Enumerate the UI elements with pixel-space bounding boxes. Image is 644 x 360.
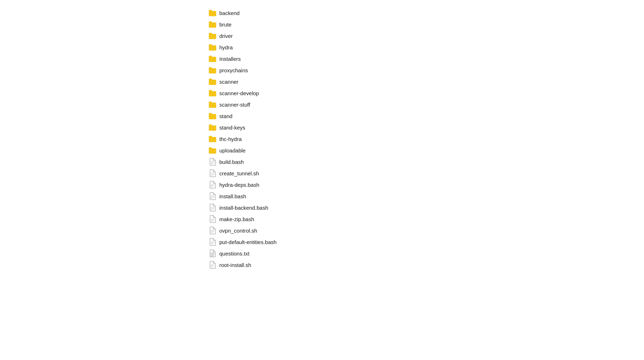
list-item[interactable]: install-backend.bash (206, 202, 644, 213)
file-name-label: install-backend.bash (219, 205, 268, 211)
list-item[interactable]: create_tunnel.sh (206, 167, 644, 179)
list-item[interactable]: brute (206, 19, 644, 30)
file-name-label: build.bash (219, 159, 244, 165)
list-item[interactable]: build.bash (206, 156, 644, 167)
file-icon (209, 238, 216, 245)
file-name-label: uploadable (219, 147, 245, 154)
file-name-label: create_tunnel.sh (219, 170, 259, 176)
list-item[interactable]: hydra (206, 42, 644, 53)
list-item[interactable]: root-install.sh (206, 259, 644, 271)
list-item[interactable]: scanner-develop (206, 87, 644, 99)
folder-icon (209, 112, 216, 120)
folder-icon (209, 135, 216, 142)
file-name-label: put-default-entities.bash (219, 239, 277, 245)
list-item[interactable]: Installers (206, 53, 644, 64)
list-item[interactable]: stand (206, 110, 644, 122)
file-name-label: install.bash (219, 193, 246, 199)
file-icon (209, 204, 216, 211)
file-name-label: proxychains (219, 67, 248, 73)
file-name-label: stand-keys (219, 125, 245, 131)
folder-icon (209, 44, 216, 51)
list-item[interactable]: backend (206, 7, 644, 19)
list-item[interactable]: install.bash (206, 190, 644, 202)
file-name-label: Installers (219, 56, 241, 62)
list-item[interactable]: uploadable (206, 145, 644, 156)
list-item[interactable]: driver (206, 30, 644, 42)
list-item[interactable]: put-default-entities.bash (206, 236, 644, 248)
file-name-label: hydra (219, 44, 233, 50)
list-item[interactable]: questions.txt (206, 248, 644, 259)
list-item[interactable]: scanner-stuff (206, 99, 644, 110)
file-list: backend brute driver hydra Installers pr… (206, 0, 644, 278)
file-icon (209, 227, 216, 234)
folder-icon (209, 78, 216, 85)
list-item[interactable]: ovpn_control.sh (206, 225, 644, 236)
folder-icon (209, 21, 216, 28)
file-icon (209, 158, 216, 165)
file-icon (209, 193, 216, 200)
list-item[interactable]: scanner (206, 76, 644, 87)
file-icon (209, 261, 216, 268)
folder-icon (209, 67, 216, 74)
file-name-label: brute (219, 21, 231, 28)
file-name-label: scanner (219, 79, 238, 85)
file-icon (209, 215, 216, 223)
list-item[interactable]: proxychains (206, 64, 644, 76)
list-item[interactable]: thc-hydra (206, 133, 644, 145)
file-icon (209, 181, 216, 188)
file-name-label: scanner-develop (219, 90, 259, 96)
file-name-label: ovpn_control.sh (219, 228, 257, 234)
folder-icon (209, 89, 216, 97)
file-name-label: questions.txt (219, 250, 249, 257)
file-name-label: backend (219, 10, 240, 16)
file-name-label: stand (219, 113, 233, 119)
file-name-label: make-zip.bash (219, 216, 254, 222)
file-name-label: hydra-deps.bash (219, 182, 259, 188)
folder-icon (209, 32, 216, 39)
file-name-label: driver (219, 33, 233, 39)
file-text-icon (209, 250, 216, 257)
file-name-label: thc-hydra (219, 136, 242, 142)
folder-icon (209, 9, 216, 16)
folder-icon (209, 101, 216, 108)
folder-icon (209, 147, 216, 154)
file-icon (209, 170, 216, 177)
file-name-label: root-install.sh (219, 262, 251, 268)
file-name-label: scanner-stuff (219, 102, 250, 108)
folder-icon (209, 55, 216, 62)
list-item[interactable]: stand-keys (206, 122, 644, 133)
folder-icon (209, 124, 216, 131)
list-item[interactable]: hydra-deps.bash (206, 179, 644, 190)
list-item[interactable]: make-zip.bash (206, 213, 644, 225)
